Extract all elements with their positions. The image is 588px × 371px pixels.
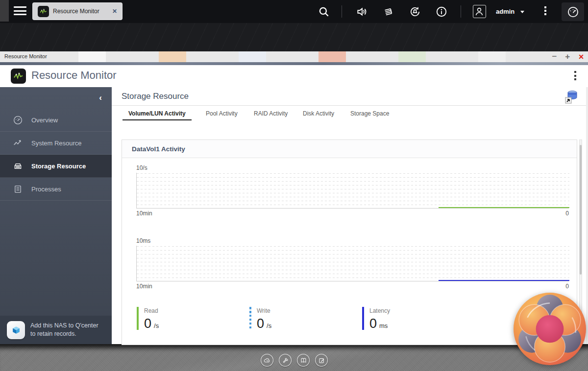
storage-drive-icon [13,161,23,171]
iops-chart-xmax-label: 0 [565,210,569,218]
legend-read: Read 0/s [137,307,249,331]
scrollbar-thumb[interactable] [580,145,582,275]
sidebar-item-overview[interactable]: Overview [0,109,112,132]
user-avatar-icon[interactable] [473,5,486,18]
ghost-desktop-icon [78,51,106,62]
ghost-desktop-icon [159,51,186,62]
latency-chart: 10ms 10min 0 [136,237,569,291]
taskbar-tab-label: Resource Monitor [53,8,112,15]
legend-unit: ms [379,322,388,329]
sidebar-item-storage-resource[interactable]: Storage Resource [0,155,112,178]
tab-pool-activity[interactable]: Pool Activity [200,106,244,120]
tab-volume-lun-activity[interactable]: Volume/LUN Activity [122,106,192,120]
ghost-desktop-icon [478,51,506,62]
latency-chart-plot [136,246,569,281]
app-title: Resource Monitor [31,69,117,82]
utilities-dock-icon[interactable] [279,354,292,367]
volume-icon[interactable] [356,5,368,18]
event-notifications-icon[interactable] [409,5,421,18]
window-title: Resource Monitor [4,53,47,59]
iops-chart-plot [136,173,569,209]
sidebar-item-system-resource[interactable]: System Resource [0,132,112,155]
legend-latency: Latency 0ms [362,307,475,331]
window-titlebar[interactable]: Resource Monitor − + ✕ [0,51,588,62]
legend-write: Write 0/s [249,307,362,331]
taskbar-divider [342,5,342,18]
user-menu-caret-icon[interactable] [520,11,524,13]
desktop-background-top [0,23,588,51]
ghost-desktop-icon [318,51,346,62]
window-close-icon[interactable]: ✕ [578,52,584,62]
taskbar-divider [461,5,461,18]
legend-label: Write [257,307,271,314]
legend-label: Read [144,307,159,314]
taskbar-tab-resource-monitor[interactable]: Resource Monitor ✕ [32,2,122,20]
legend-value: 0 [369,316,377,331]
tab-close-icon[interactable]: ✕ [112,8,117,15]
tab-raid-activity[interactable]: RAID Activity [248,106,294,120]
search-icon[interactable] [318,5,330,18]
sidebar-collapse-icon[interactable]: ‹ [99,93,102,102]
window-maximize-icon[interactable]: + [565,52,570,62]
screen: Resource Monitor ✕ admin [0,0,588,371]
tab-disk-activity[interactable]: Disk Activity [297,106,340,120]
latency-chart-xmin-label: 10min [136,283,152,291]
iops-chart: 10/s 10min 0 [136,164,569,218]
legend-unit: /s [154,322,159,329]
latency-swatch [362,307,364,330]
iops-chart-ymax-label: 10/s [136,164,569,173]
app-more-menu-icon[interactable] [572,71,578,82]
legend-label: Latency [369,307,390,314]
background-tasks-icon[interactable] [382,5,395,18]
sidebar-item-label: Storage Resource [31,162,86,170]
latency-chart-ymax-label: 10ms [136,237,569,246]
latency-chart-xmax-label: 0 [565,283,569,291]
write-swatch [249,307,251,330]
sidebar-item-processes[interactable]: Processes [0,178,112,201]
chart-legend: Read 0/s Write 0/s Lat [137,307,577,331]
user-menu-label[interactable]: admin [496,8,514,15]
process-list-icon [13,184,23,194]
iops-chart-xmin-label: 10min [136,210,152,218]
taskbar-more-icon[interactable] [542,6,549,17]
tab-storage-space[interactable]: Storage Space [344,106,395,120]
ghost-desktop-icon [398,51,426,62]
qcenter-banner[interactable]: Add this NAS to Q'center to retain recor… [0,316,112,344]
sidebar-item-label: System Resource [31,139,82,147]
main-menu-icon[interactable] [14,6,26,16]
qcenter-note: Add this NAS to Q'center to retain recor… [30,322,98,338]
panel-title: DataVol1 Activity [122,140,577,158]
tab-bar: Volume/LUN Activity Pool Activity RAID A… [112,106,586,122]
resource-monitor-app-icon [38,6,49,17]
datavol1-activity-panel: DataVol1 Activity 10/s 10min 0 [122,139,577,345]
ghost-desktop-icon [239,51,266,62]
documentation-dock-icon[interactable] [297,354,310,367]
read-swatch [137,307,139,330]
sidebar: ‹ Overview System Resource Storage Resou… [0,87,112,344]
myqnapcloud-dock-icon[interactable] [261,354,273,367]
desktop-dock [261,354,328,367]
legend-value: 0 [257,316,264,331]
dashboard-gauge-icon[interactable] [562,2,584,21]
sidebar-item-label: Processes [31,186,61,193]
taskbar: Resource Monitor ✕ admin [0,0,588,23]
line-chart-icon [13,138,23,148]
feedback-dock-icon[interactable] [315,354,328,367]
legend-unit: /s [267,322,271,329]
desktop-background-bottom [0,344,588,371]
storage-manager-shortcut-icon[interactable] [564,89,579,105]
kitguru-watermark-logo [513,292,587,366]
page-title: Storage Resource [122,92,189,101]
app-header: Resource Monitor [0,65,588,87]
info-icon[interactable] [435,5,448,18]
window-minimize-icon[interactable]: − [552,52,557,62]
taskbar-edge [0,0,9,22]
legend-value: 0 [144,316,151,331]
resource-monitor-app-icon [11,69,26,84]
qcenter-cube-icon [7,321,25,339]
overview-gauge-icon [13,115,23,125]
sidebar-item-label: Overview [31,116,58,124]
